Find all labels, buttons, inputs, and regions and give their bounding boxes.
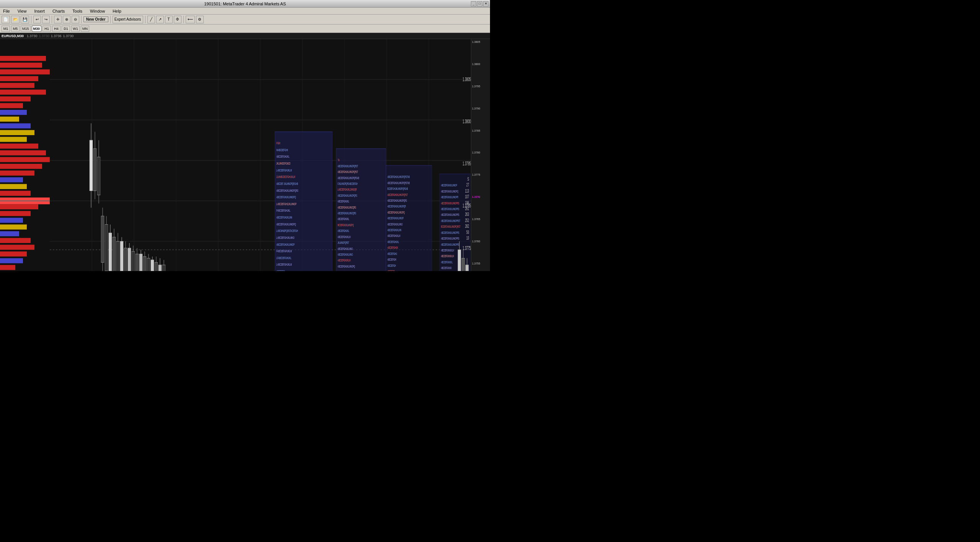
svg-text:ABCDEFGHIJKLMNOPQRST: ABCDEFGHIJKLMNOPQRST: [387, 193, 408, 197]
tf-m5[interactable]: M5: [11, 26, 20, 32]
text-tool-button[interactable]: T: [165, 16, 173, 23]
svg-text:ABCDEFGHIJKL: ABCDEFGHIJKL: [338, 229, 349, 233]
fib-tool-button[interactable]: Φ: [174, 16, 181, 23]
price-level: 1.3790: [472, 107, 489, 110]
svg-text:BCDEFGHIJKLMNOPQRST: BCDEFGHIJKLMNOPQRST: [441, 225, 461, 229]
tf-m1[interactable]: M1: [2, 26, 10, 32]
chart-symbol: EURUSD,M30: [2, 34, 24, 38]
tf-w1[interactable]: W1: [71, 26, 80, 32]
svg-rect-8: [0, 110, 27, 115]
properties-button[interactable]: ⚙: [196, 16, 204, 23]
svg-text:ABCDEFGHIJKLMNOQRS: ABCDEFGHIJKLMNOQRS: [338, 211, 356, 215]
tf-m15[interactable]: M15: [21, 26, 31, 32]
menu-bar: File View Insert Charts Tools Window Hel…: [0, 8, 490, 15]
new-order-button[interactable]: New Order: [83, 16, 108, 22]
tf-h4[interactable]: H4: [52, 26, 60, 32]
expert-advisors-button[interactable]: Expert Advisors: [113, 16, 143, 23]
svg-text:S: S: [467, 176, 469, 181]
svg-rect-114: [147, 258, 150, 271]
open-button[interactable]: 📂: [11, 16, 20, 23]
svg-text:50: 50: [466, 229, 469, 235]
line-tool-button[interactable]: ╱: [147, 16, 155, 23]
svg-text:107: 107: [465, 194, 469, 199]
minimize-button[interactable]: _: [471, 1, 476, 7]
menu-insert[interactable]: Insert: [33, 9, 46, 13]
maximize-button[interactable]: □: [477, 1, 482, 7]
svg-text:252: 252: [465, 217, 469, 223]
svg-text:196: 196: [465, 200, 469, 205]
price-level: 1.3795: [472, 85, 489, 88]
zoom-out-button[interactable]: ⊖: [72, 16, 79, 23]
svg-text:FABCDEFGHIJKL: FABCDEFGHIJKL: [276, 208, 291, 213]
svg-text:ABCDEFGHIJKLM: ABCDEFGHIJKLM: [441, 248, 454, 252]
svg-rect-24: [0, 218, 23, 223]
tf-h1[interactable]: H1: [42, 26, 51, 32]
price-level: 1.3775: [472, 173, 489, 176]
svg-text:261: 261: [465, 206, 469, 211]
close-button[interactable]: ✕: [483, 1, 488, 7]
svg-rect-20: [0, 191, 31, 196]
svg-text:ABCDEFGHIJKLMNOP: ABCDEFGHIJKLMNOP: [387, 217, 403, 220]
redo-button[interactable]: ↪: [42, 16, 50, 23]
svg-text:ABCDEFGH: ABCDEFGH: [387, 264, 396, 267]
svg-text:10: 10: [466, 235, 469, 241]
svg-text:ABCDEFGHIJKLMNO: ABCDEFGHIJKLMNO: [338, 253, 353, 256]
svg-text:ABCDEFGHIJKLMNOPQRSAB: ABCDEFGHIJKLMNOPQRSAB: [338, 176, 359, 180]
svg-text:LABCDEFGHIJKL2MNOQR: LABCDEFGHIJKL2MNOQR: [338, 188, 357, 192]
svg-rect-10: [0, 123, 31, 128]
main-price-chart[interactable]: M ABCDEFM ABCDEFGHIJKLMN ABCDEFGHI ABDIJ…: [0, 39, 490, 271]
svg-rect-4: [0, 83, 34, 88]
chart-scroll-button[interactable]: ⟵: [186, 16, 195, 23]
window-controls[interactable]: _ □ ✕: [471, 1, 488, 7]
zoom-in-button[interactable]: ⊕: [63, 16, 70, 23]
svg-text:ABCDEFGHIJKLMNOPQ: ABCDEFGHIJKLMNOPQ: [387, 211, 405, 214]
svg-rect-86: [93, 149, 96, 191]
price-level: 1.3760: [472, 240, 489, 243]
menu-help[interactable]: Help: [111, 9, 123, 13]
tf-d1[interactable]: D1: [62, 26, 70, 32]
tf-m30[interactable]: M30: [32, 26, 42, 32]
chart-container: M ABCDEFM ABCDEFGHIJKLMN ABCDEFGHI ABDIJ…: [0, 39, 490, 271]
arrow-tool-button[interactable]: ↗: [156, 16, 164, 23]
svg-text:JLMNBCDE2FGHIJKLM: JLMNBCDE2FGHIJKLM: [276, 175, 295, 179]
svg-text:ABCDEFGHIJKLMNOPQRST: ABCDEFGHIJKLMNOPQRST: [338, 164, 358, 168]
svg-rect-102: [124, 248, 127, 271]
svg-text:ABCDEFGHIJKLMNOP: ABCDEFGHIJKLMNOP: [338, 270, 354, 271]
crosshair-button[interactable]: ✛: [54, 16, 62, 23]
svg-text:1.3775: 1.3775: [463, 244, 471, 251]
toolbar-main: 📄 📂 💾 ↩ ↪ ✛ ⊕ ⊖ New Order Expert Advisor…: [0, 15, 490, 24]
menu-charts[interactable]: Charts: [51, 9, 66, 13]
price-scale: 1.3805 1.3800 1.3795 1.3790 1.3785 1.378…: [471, 39, 490, 271]
svg-rect-18: [0, 177, 23, 182]
svg-text:1.3795: 1.3795: [463, 160, 471, 167]
svg-rect-108: [136, 254, 139, 271]
candlestick-svg: M ABCDEFM ABCDEFGHIJKLMN ABCDEFGHI ABDIJ…: [50, 39, 471, 271]
svg-rect-16: [0, 164, 42, 169]
svg-text:LABCDEFGHI2JKLMNOP: LABCDEFGHI2JKLMNOP: [276, 202, 296, 206]
svg-text:ABCDEFGHIJK: ABCDEFGHIJK: [387, 246, 398, 250]
svg-rect-116: [151, 260, 154, 271]
svg-rect-98: [116, 242, 119, 271]
menu-tools[interactable]: Tools: [71, 9, 84, 13]
svg-rect-96: [113, 237, 116, 271]
svg-rect-134: [162, 265, 165, 271]
tf-mn[interactable]: MN: [81, 26, 89, 32]
svg-text:ABCDEFGHIJKL: ABCDEFGHIJKL: [338, 217, 349, 221]
menu-file[interactable]: File: [2, 9, 11, 13]
new-chart-button[interactable]: 📄: [2, 16, 10, 23]
menu-view[interactable]: View: [16, 9, 28, 13]
svg-text:FABCDEFGHIJKLM: FABCDEFGHIJKLM: [276, 249, 292, 253]
undo-button[interactable]: ↩: [33, 16, 41, 23]
svg-rect-25: [0, 224, 27, 229]
svg-text:ABCDEFGHIJKL: ABCDEFGHIJKL: [387, 240, 399, 243]
svg-text:ABCDEFGHIJKLMN: ABCDEFGHIJKLMN: [387, 228, 401, 232]
menu-window[interactable]: Window: [88, 9, 106, 13]
current-price-label: 1.3770: [472, 196, 489, 198]
chart-high: 1.3736: [51, 34, 62, 38]
svg-text:ABCDEFGHIJKLMNOPQ: ABCDEFGHIJKLMNOPQ: [338, 264, 355, 268]
save-button[interactable]: 💾: [21, 16, 29, 23]
svg-text:ABCDEF JKLMNOPQRSAB: ABCDEF JKLMNOPQRSAB: [276, 181, 298, 186]
candlestick-area[interactable]: M ABCDEFM ABCDEFGHIJKLMN ABCDEFGHI ABDIJ…: [50, 39, 471, 271]
svg-text:ABCDEFGHIJKLMNOPRS: ABCDEFGHIJKLMNOPRS: [441, 237, 459, 240]
svg-rect-31: [0, 265, 15, 270]
